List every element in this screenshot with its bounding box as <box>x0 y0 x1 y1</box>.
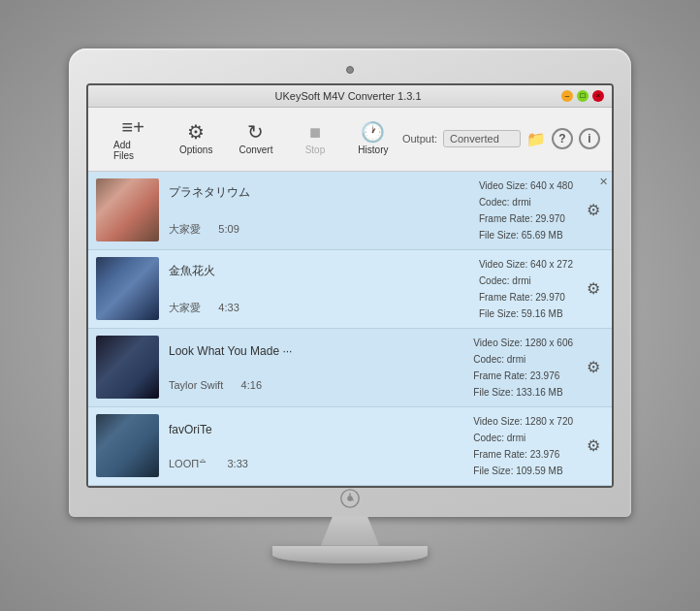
file-meta: Video Size: 640 x 480 Codec: drmi Frame … <box>479 177 573 243</box>
monitor-bezel: UKeySoft M4V Converter 1.3.1 – □ × ≡+ Ad… <box>69 48 631 517</box>
file-thumbnail <box>96 414 159 477</box>
minimize-button[interactable]: – <box>561 90 573 102</box>
convert-button[interactable]: ↻ Convert <box>226 118 286 159</box>
file-thumbnail <box>96 178 159 241</box>
list-item: favOriTe LOОПᅀ 3:33 Video Size: 1280 x 7… <box>88 407 612 486</box>
history-icon: 🕐 <box>361 122 385 142</box>
file-title: プラネタリウム <box>169 184 250 201</box>
file-size-label: File Size: <box>479 230 519 241</box>
file-artist: LOОПᅀ <box>169 458 209 469</box>
file-info: プラネタリウム 大家愛 5:09 <box>159 184 479 237</box>
file-info: Look What You Made ··· Taylor Swift 4:16 <box>159 344 473 391</box>
video-size-label: Video Size: <box>479 259 527 270</box>
file-artist: Taylor Swift <box>169 379 223 391</box>
frame-rate-label: Frame Rate: <box>473 449 527 460</box>
history-button[interactable]: 🕐 History <box>344 118 402 159</box>
settings-icon[interactable]: ⚙ <box>583 433 604 459</box>
add-files-label: Add Files <box>113 140 152 161</box>
options-label: Options <box>179 145 212 155</box>
file-artist: 大家愛 <box>169 223 201 235</box>
file-title: 金魚花火 <box>169 263 215 279</box>
codec-label: Codec: <box>473 354 504 365</box>
file-meta: Video Size: 1280 x 720 Codec: drmi Frame… <box>473 413 573 479</box>
stop-label: Stop <box>305 145 326 155</box>
monitor-stand-base <box>272 546 428 563</box>
svg-point-1 <box>347 496 353 501</box>
history-label: History <box>358 145 388 155</box>
add-files-button[interactable]: ≡+ Add Files <box>100 113 166 165</box>
video-size-label: Video Size: <box>479 180 527 191</box>
close-button[interactable]: × <box>592 90 604 102</box>
file-duration: 4:33 <box>218 302 239 313</box>
help-button[interactable]: ? <box>552 128 573 149</box>
gear-icon: ⚙ <box>187 122 205 142</box>
window-controls: – □ × <box>561 90 604 102</box>
codec-label: Codec: <box>479 275 510 286</box>
stop-button[interactable]: ■ Stop <box>286 118 344 159</box>
info-button[interactable]: i <box>579 128 600 149</box>
folder-button[interactable]: 📁 <box>526 130 546 148</box>
file-info: 金魚花火 大家愛 4:33 <box>159 263 479 315</box>
file-artist-duration: 大家愛 4:33 <box>169 301 469 315</box>
file-thumbnail <box>96 336 159 399</box>
video-size-label: Video Size: <box>473 338 522 348</box>
file-duration: 3:33 <box>227 458 247 469</box>
settings-icon[interactable]: ⚙ <box>583 354 604 380</box>
file-duration: 4:16 <box>241 379 262 391</box>
monitor-camera <box>346 66 354 74</box>
settings-icon[interactable]: ⚙ <box>583 197 604 223</box>
codec-label: Codec: <box>473 433 504 443</box>
title-bar: UKeySoft M4V Converter 1.3.1 – □ × <box>88 85 612 108</box>
file-size-label: File Size: <box>473 387 513 398</box>
file-name-row: 金魚花火 <box>169 263 469 281</box>
file-name-row: favOriTe <box>169 423 463 438</box>
codec-label: Codec: <box>479 197 510 208</box>
file-duration: 5:09 <box>218 223 239 235</box>
file-meta: Video Size: 1280 x 606 Codec: drmi Frame… <box>473 335 573 401</box>
app-title: UKeySoft M4V Converter 1.3.1 <box>135 90 561 102</box>
monitor-logo <box>339 488 361 509</box>
convert-label: Convert <box>239 145 272 155</box>
output-label: Output: <box>402 133 437 145</box>
file-artist: 大家愛 <box>169 302 201 313</box>
maximize-button[interactable]: □ <box>577 90 589 102</box>
file-name-row: プラネタリウム <box>169 184 469 203</box>
frame-rate-label: Frame Rate: <box>479 213 533 224</box>
file-artist-duration: Taylor Swift 4:16 <box>169 379 463 391</box>
list-item: プラネタリウム 大家愛 5:09 Video Size: 640 x 480 C… <box>88 172 612 250</box>
toolbar: ≡+ Add Files ⚙ Options ↻ Convert ■ Stop … <box>88 108 612 172</box>
convert-icon: ↻ <box>247 122 264 142</box>
output-path-input[interactable] <box>443 130 521 147</box>
file-size-label: File Size: <box>479 308 519 319</box>
frame-rate-label: Frame Rate: <box>473 370 527 381</box>
video-size-label: Video Size: <box>473 416 522 427</box>
add-files-icon: ≡+ <box>122 117 144 137</box>
file-artist-duration: 大家愛 5:09 <box>169 222 469 237</box>
file-artist-duration: LOОПᅀ 3:33 <box>169 458 463 469</box>
list-item: Look What You Made ··· Taylor Swift 4:16… <box>88 329 612 407</box>
list-item: 金魚花火 大家愛 4:33 Video Size: 640 x 272 Code… <box>88 250 612 329</box>
file-meta: Video Size: 640 x 272 Codec: drmi Frame … <box>479 256 573 322</box>
settings-icon[interactable]: ⚙ <box>583 275 604 302</box>
monitor-stand-neck <box>321 517 379 546</box>
frame-rate-label: Frame Rate: <box>479 292 533 303</box>
file-info: favOriTe LOОПᅀ 3:33 <box>159 423 473 469</box>
file-thumbnail <box>96 257 159 320</box>
toolbar-right: Output: 📁 ? i <box>402 128 600 149</box>
file-title: favOriTe <box>169 423 212 436</box>
file-size-label: File Size: <box>473 466 513 476</box>
file-list: プラネタリウム 大家愛 5:09 Video Size: 640 x 480 C… <box>88 172 612 486</box>
options-button[interactable]: ⚙ Options <box>166 118 225 159</box>
screen: UKeySoft M4V Converter 1.3.1 – □ × ≡+ Ad… <box>86 83 614 488</box>
file-name-row: Look What You Made ··· <box>169 344 463 360</box>
stop-icon: ■ <box>309 122 321 142</box>
close-item-icon[interactable]: ✕ <box>599 176 608 188</box>
file-title: Look What You Made ··· <box>169 344 292 358</box>
monitor-wrapper: UKeySoft M4V Converter 1.3.1 – □ × ≡+ Ad… <box>69 48 631 563</box>
